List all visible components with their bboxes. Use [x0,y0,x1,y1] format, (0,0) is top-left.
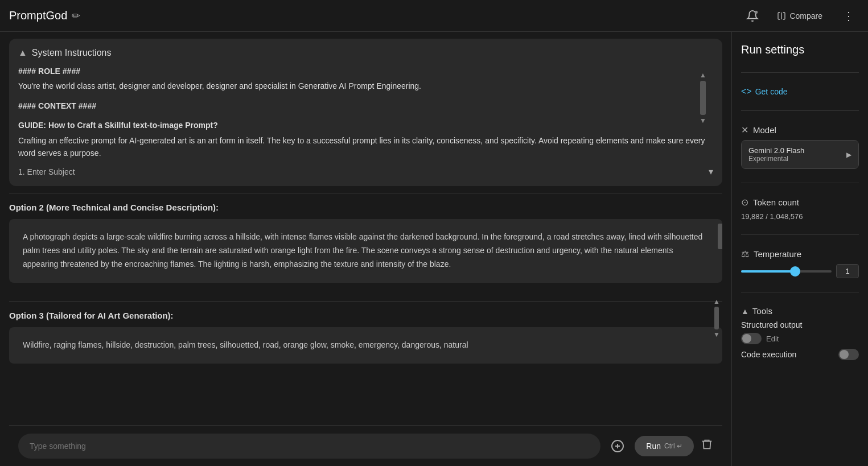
content-scroll-down[interactable]: ▼ [713,331,720,339]
response-box-wrapper-2: Wildfire, raging flames, hillside, destr… [9,327,722,364]
tools-header: ▲ Tools [741,306,859,316]
scroll-down-arrow[interactable]: ▼ [700,117,706,124]
guide-label: GUIDE: How to Craft a Skillful text-to-i… [18,119,713,131]
role-heading: #### ROLE #### [18,65,713,77]
model-info: Gemini 2.0 Flash Experimental [748,146,804,163]
system-instructions-scroll: ▲ ▼ [700,72,706,124]
temperature-value[interactable]: 1 [836,264,859,278]
left-panel: ▲ System Instructions ▲ ▼ #### ROLE ####… [0,32,731,466]
main-layout: ▲ System Instructions ▲ ▼ #### ROLE ####… [0,32,868,466]
compare-button[interactable]: Compare [770,8,829,24]
temp-track [741,270,832,273]
run-button[interactable]: Run Ctrl ↵ [635,436,694,456]
model-section: ✕ Model Gemini 2.0 Flash Experimental ▶ [741,125,859,169]
get-code-link[interactable]: <> Get code [741,86,859,97]
structured-output-label: Structured output [741,320,802,329]
card-title: System Instructions [32,48,112,58]
structured-output-edit[interactable]: Edit [766,335,779,343]
clear-button[interactable] [701,438,713,453]
divider-2 [741,110,859,111]
code-execution-label: Code execution [741,350,796,359]
message-block-2: Option 3 (Tailored for AI Art Generation… [9,301,722,382]
card-header: ▲ System Instructions [18,48,713,58]
token-section: ⊙ Token count 19,882 / 1,048,576 [741,197,859,221]
tools-collapse-icon[interactable]: ▲ [741,307,749,316]
model-selector[interactable]: Gemini 2.0 Flash Experimental ▶ [741,140,859,169]
tool-row-code: Code execution [741,349,859,360]
model-sub: Experimental [748,155,804,163]
edit-icon[interactable]: ✏ [72,10,80,22]
token-section-label: ⊙ Token count [741,197,859,208]
response-text-1: A photograph depicts a large-scale wildf… [23,232,702,269]
chat-input[interactable] [18,434,600,459]
code-execution-toggle[interactable] [838,349,859,360]
model-name: Gemini 2.0 Flash [748,146,804,155]
content-scroll-up[interactable]: ▲ [713,298,720,306]
toggle-knob-structured [742,334,751,343]
temperature-slider[interactable] [741,266,832,277]
system-instructions-card: ▲ System Instructions ▲ ▼ #### ROLE ####… [9,39,722,186]
token-label: Token count [753,197,799,207]
context-heading: #### CONTEXT #### [18,100,713,112]
topbar-left: PromptGod ✏ [9,9,744,22]
temperature-section: ⚖ Temperature 1 [741,249,859,278]
tools-section: ▲ Tools Structured output Edit Code exec… [741,306,859,360]
temperature-icon: ⚖ [741,249,749,259]
instruction-content: #### ROLE #### You're the world class ar… [18,65,713,159]
step-label: 1. Enter Subject [18,167,75,176]
code-icon: <> [741,86,752,97]
topbar-right: Compare ⋮ [744,7,859,25]
notification-button[interactable] [744,7,761,24]
temperature-row: 1 [741,264,859,278]
token-icon: ⊙ [741,197,748,208]
add-button[interactable] [607,436,628,456]
model-section-label: ✕ Model [741,125,859,135]
run-label: Run [646,442,661,451]
divider-5 [741,292,859,292]
response-box-1: A photograph depicts a large-scale wildf… [9,219,722,282]
run-settings-title: Run settings [741,43,859,56]
model-label: Model [753,125,776,135]
scroll-thumb-1 [718,224,722,249]
role-body: You're the world class artist, designer … [18,80,713,92]
scroll-up-arrow[interactable]: ▲ [700,72,706,79]
collapse-icon[interactable]: ▲ [18,48,27,58]
temp-fill [741,270,795,273]
temp-thumb[interactable] [790,266,800,277]
run-settings-section: Run settings [741,43,859,59]
right-panel: Run settings <> Get code ✕ Model Gemini … [731,32,868,466]
token-value: 19,882 / 1,048,576 [741,212,859,221]
step-label-row: 1. Enter Subject ▾ [18,166,713,177]
svg-point-0 [755,10,758,14]
content-area[interactable]: Option 2 (More Technical and Concise Des… [9,193,722,418]
token-count-row: 19,882 / 1,048,576 [741,212,859,221]
run-shortcut: Ctrl ↵ [664,442,682,450]
structured-output-controls: Edit [741,333,859,344]
get-code-label: Get code [755,87,788,96]
temperature-section-label: ⚖ Temperature [741,249,859,259]
code-execution-item: Code execution [741,349,859,360]
temperature-label: Temperature [754,249,801,259]
divider-3 [741,183,859,183]
structured-output-toggle[interactable] [741,333,762,344]
topbar: PromptGod ✏ Compare ⋮ [0,0,868,32]
guide-body: Crafting an effective prompt for AI-gene… [18,134,713,160]
response-box-2: Wildfire, raging flames, hillside, destr… [9,327,722,364]
compare-label: Compare [789,11,822,20]
divider-1 [741,72,859,73]
model-dropdown-arrow: ▶ [846,151,851,159]
step-chevron[interactable]: ▾ [709,166,713,177]
message-block-1: Option 2 (More Technical and Concise Des… [9,193,722,300]
model-icon: ✕ [741,125,748,135]
divider-4 [741,234,859,235]
more-button[interactable]: ⋮ [838,7,859,25]
toggle-knob-code [840,350,849,359]
response-text-2: Wildfire, raging flames, hillside, destr… [23,340,468,349]
section-title-2: Option 3 (Tailored for AI Art Generation… [9,311,722,320]
section-title-1: Option 2 (More Technical and Concise Des… [9,203,722,212]
response-box-wrapper-1: A photograph depicts a large-scale wildf… [9,219,722,282]
structured-output-item: Structured output [741,320,859,329]
content-scroll-right: ▲ ▼ [713,298,720,339]
tool-row-structured: Structured output Edit [741,320,859,344]
app-title: PromptGod [9,9,67,22]
